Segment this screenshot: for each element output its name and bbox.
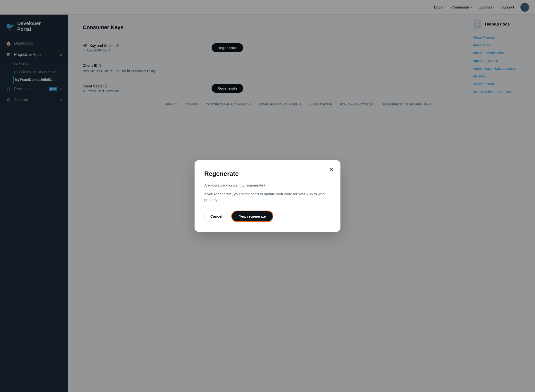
cancel-button[interactable]: Cancel bbox=[204, 211, 228, 222]
yes-regenerate-button[interactable]: Yes, regenerate bbox=[231, 211, 273, 222]
modal-actions: Cancel Yes, regenerate bbox=[204, 211, 331, 222]
modal-body: Are you sure you want to regenerate? If … bbox=[204, 182, 331, 203]
modal-body-line1: Are you sure you want to regenerate? bbox=[204, 182, 331, 188]
regenerate-modal: ✕ Regenerate Are you sure you want to re… bbox=[195, 160, 340, 232]
modal-close-button[interactable]: ✕ bbox=[327, 165, 336, 174]
modal-title: Regenerate bbox=[204, 170, 331, 178]
modal-overlay[interactable]: ✕ Regenerate Are you sure you want to re… bbox=[0, 0, 535, 392]
modal-body-line2: If you regenerate, you might need to upd… bbox=[204, 191, 331, 203]
